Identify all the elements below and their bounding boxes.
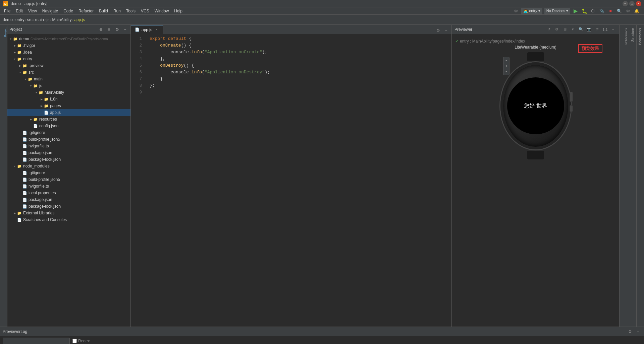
line-numbers: 1 2 3 4 5 6 7 8 9 (131, 34, 144, 327)
tree-item-gitignore[interactable]: ▶ 📄 .gitignore (7, 129, 130, 136)
menu-refactor[interactable]: Refactor (76, 8, 96, 14)
tree-item-demo[interactable]: ▾ 📁 demo C:\Users\Administrator\DevEcoSt… (7, 36, 130, 42)
tree-item-nm-build-profile[interactable]: ▶ 📄 build-profile.json5 (7, 176, 130, 183)
previewer-settings-icon[interactable]: ⚙ (553, 26, 560, 33)
tree-item-package-json[interactable]: ▶ 📄 package.json (7, 149, 130, 156)
tree-close-icon[interactable]: − (122, 26, 128, 33)
entry-dropdown[interactable]: 🧑‍💻 entry ▾ (521, 8, 542, 14)
breadcrumb-src[interactable]: src (27, 17, 33, 22)
search-icon[interactable]: 🔍 (616, 8, 623, 14)
no-devices-dropdown[interactable]: No Devices ▾ (544, 8, 570, 14)
previewer-dropdown-icon[interactable]: ▾ (570, 26, 576, 33)
tree-item-js[interactable]: ▾ 📁 js (7, 82, 130, 89)
breadcrumb-js[interactable]: js (47, 17, 50, 22)
tree-item-idea[interactable]: ▶ 📁 .idea (7, 49, 130, 56)
previewer-refresh-icon[interactable]: ↺ (545, 26, 552, 33)
log-search-input[interactable] (3, 338, 70, 344)
minimize-button[interactable]: − (623, 1, 628, 6)
tree-item-hvigor[interactable]: ▶ 📁 .hvigor (7, 42, 130, 49)
tree-item-pages[interactable]: ▶ 📁 pages (7, 102, 130, 109)
stop-button[interactable]: ■ (607, 8, 614, 14)
previewer-collapse-icon[interactable]: − (610, 26, 616, 33)
tab-action-collapse[interactable]: − (443, 27, 449, 34)
tree-item-local-properties[interactable]: ▶ 📄 local.properties (7, 190, 130, 196)
title-bar: D demo - app.js [entry] − □ × (0, 0, 644, 7)
menu-file[interactable]: File (1, 8, 13, 14)
tree-item-nm-package-lock[interactable]: ▶ 📄 package-lock.json (7, 203, 130, 210)
menu-tools[interactable]: Tools (123, 8, 138, 14)
bookmarks-tab[interactable]: Bookmarks (638, 26, 643, 47)
run-button[interactable]: ▶ (572, 8, 579, 14)
menu-edit[interactable]: Edit (13, 8, 25, 14)
project-tab[interactable]: Project (0, 26, 8, 38)
menu-vcs[interactable]: VCS (138, 8, 152, 14)
menu-help[interactable]: Help (171, 8, 185, 14)
bottom-settings-icon[interactable]: ⚙ (627, 328, 633, 335)
menu-run[interactable]: Run (111, 8, 123, 14)
project-sidebar: Project (0, 25, 7, 327)
more-options-button[interactable]: • • • (503, 57, 509, 75)
previewer-layout-icon[interactable]: ⊞ (561, 26, 568, 33)
previewer-log-title: PreviewerLog (3, 329, 27, 334)
breadcrumb-appjs[interactable]: app.js (74, 17, 85, 22)
previewer-screenshot-icon[interactable]: 📷 (586, 26, 592, 33)
tree-item-mainability[interactable]: ▾ 📁 MainAbility (7, 89, 130, 96)
tree-item-i18n[interactable]: ▶ 📁 i18n (7, 96, 130, 102)
breadcrumb-entry[interactable]: entry (15, 17, 24, 22)
previewer-panel: Previewer ↺ ⚙ ⊞ ▾ 🔍 📷 ⟳ 1:1 − ✓ entry : … (451, 25, 619, 327)
menu-window[interactable]: Window (152, 8, 172, 14)
maximize-button[interactable]: □ (629, 1, 635, 6)
tab-close-button[interactable]: × (154, 27, 159, 32)
tree-item-node-modules[interactable]: ▾ 📁 node_modules (7, 163, 130, 169)
tree-item-nm-gitignore[interactable]: ▶ 📄 .gitignore (7, 169, 130, 176)
previewer-search-icon[interactable]: 🔍 (578, 26, 584, 33)
debug-button[interactable]: 🐛 (581, 8, 588, 14)
notifications-tab[interactable]: Notifications (621, 26, 629, 47)
settings-icon[interactable]: ⚙ (513, 8, 519, 14)
code-content[interactable]: export default { onCreate() { console.in… (144, 34, 451, 327)
tree-collapse-icon[interactable]: ≡ (106, 26, 112, 33)
tree-item-external-libs[interactable]: ▶ 📁 External Libraries (7, 210, 130, 216)
tree-item-build-profile[interactable]: ▶ 📄 build-profile.json5 (7, 136, 130, 143)
tab-action-settings[interactable]: ⚙ (435, 27, 441, 34)
tree-item-config-json[interactable]: ▶ 📄 config.json (7, 123, 130, 129)
breadcrumb-demo[interactable]: demo (3, 17, 13, 22)
tree-item-package-lock[interactable]: ▶ 📄 package-lock.json (7, 156, 130, 163)
regex-checkbox[interactable] (72, 339, 77, 343)
tree-item-main[interactable]: ▾ 📁 main (7, 76, 130, 82)
menu-bar: File Edit View Navigate Code Refactor Bu… (0, 7, 644, 15)
tree-settings-icon[interactable]: ⚙ (114, 26, 120, 33)
tree-item-preview[interactable]: ▶ 📁 .preview (7, 62, 130, 69)
gear-icon[interactable]: ⚙ (625, 8, 631, 14)
close-button[interactable]: × (636, 1, 641, 6)
previewer-rotate-icon[interactable]: ⟳ (594, 26, 600, 33)
editor-tab-appjs[interactable]: 📄 app.js × (131, 25, 163, 34)
structure-sidebar: Structure (629, 25, 637, 327)
tree-item-appjs[interactable]: ▶ 📄 app.js (7, 109, 130, 116)
tree-item-resources[interactable]: ▶ 📁 resources (7, 116, 130, 123)
previewer-minimize-icon[interactable]: 1:1 (602, 26, 608, 33)
bottom-minimize-icon[interactable]: − (635, 328, 641, 335)
tree-locate-icon[interactable]: ⊕ (98, 26, 104, 33)
watch-display-text: 您好 世界 (524, 102, 547, 110)
regex-label[interactable]: Regex (72, 339, 90, 343)
menu-build[interactable]: Build (96, 8, 111, 14)
bookmarks-sidebar: Bookmarks (637, 25, 644, 327)
device-label: LiteWearable (medium) (515, 45, 556, 50)
tree-item-scratches[interactable]: ▶ 📄 Scratches and Consoles (7, 216, 130, 223)
menu-view[interactable]: View (25, 8, 40, 14)
tree-item-nm-package-json[interactable]: ▶ 📄 package.json (7, 196, 130, 203)
tree-item-nm-hvigorfile[interactable]: ▶ 📄 hvigorfile.ts (7, 183, 130, 190)
menu-navigate[interactable]: Navigate (40, 8, 61, 14)
attach-button[interactable]: 📎 (598, 8, 605, 14)
tree-item-src[interactable]: ▾ 📁 src (7, 69, 130, 76)
profile-button[interactable]: ⏱ (590, 8, 596, 14)
breadcrumb-mainability[interactable]: MainAbility (52, 17, 71, 22)
menu-code[interactable]: Code (61, 8, 76, 14)
check-icon: ✓ (455, 39, 459, 44)
notifications-icon[interactable]: 🔔 (633, 8, 640, 14)
tree-item-hvigorfile[interactable]: ▶ 📄 hvigorfile.ts (7, 143, 130, 149)
tree-item-entry[interactable]: ▾ 📁 entry (7, 56, 130, 62)
structure-tab[interactable]: Structure (630, 26, 635, 44)
breadcrumb-main[interactable]: main (35, 17, 44, 22)
